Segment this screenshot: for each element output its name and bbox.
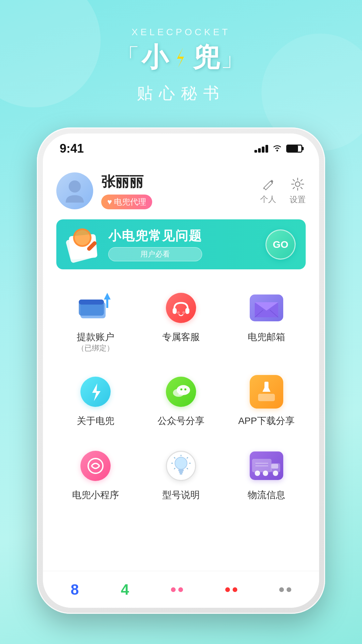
lightning-about-icon xyxy=(85,382,106,402)
svg-point-20 xyxy=(180,388,182,390)
nav-dot-5a xyxy=(279,587,284,592)
bulb-svg xyxy=(171,455,191,477)
go-button[interactable]: GO xyxy=(265,229,296,260)
signal-bar-4 xyxy=(265,145,268,153)
logo-area: XELECPOCKET 「 小 兜 」 贴心秘书 xyxy=(116,27,246,104)
badge-heart: ♥ xyxy=(107,197,112,207)
svg-point-41 xyxy=(263,471,268,476)
svg-point-26 xyxy=(175,457,187,469)
logo-char1: 小 xyxy=(141,40,169,76)
mini-label: 电兜小程序 xyxy=(72,489,119,501)
mail-icon-wrap xyxy=(248,289,285,326)
svg-point-1 xyxy=(69,180,81,193)
wechat-svg xyxy=(171,383,191,401)
status-time: 9:41 xyxy=(60,142,84,156)
svg-line-32 xyxy=(187,468,188,469)
menu-item-mail[interactable]: 电兜邮箱 xyxy=(227,283,306,357)
svg-rect-9 xyxy=(185,308,189,314)
nav-dot-3b xyxy=(178,587,183,592)
nav-dot-4a xyxy=(225,587,230,592)
menu-item-app[interactable]: APP下载分享 xyxy=(227,367,306,430)
nav-dot-5b xyxy=(287,587,291,592)
svg-rect-39 xyxy=(272,464,278,469)
svg-rect-24 xyxy=(264,382,268,392)
truck-svg xyxy=(251,454,282,478)
edit-button[interactable]: 个人 xyxy=(260,177,276,205)
status-icons xyxy=(254,143,302,154)
nav-item-2[interactable]: 4 xyxy=(121,581,129,598)
user-name: 张丽丽 xyxy=(101,172,152,191)
user-profile-left: 张丽丽 ♥ 电兜代理 xyxy=(56,172,152,209)
wechat-share-icon xyxy=(166,377,196,407)
nav-item-1[interactable]: 8 xyxy=(71,581,79,598)
svg-rect-34 xyxy=(178,469,184,471)
svg-point-19 xyxy=(173,389,184,397)
nav-dots-3 xyxy=(171,587,183,592)
lightning-icon xyxy=(171,48,191,68)
mail-label: 电兜邮箱 xyxy=(248,331,285,343)
menu-item-wechat[interactable]: 公众号分享 xyxy=(142,367,221,430)
phone-notch xyxy=(144,133,218,147)
nav-item-3[interactable] xyxy=(171,587,183,592)
user-row: 张丽丽 ♥ 电兜代理 个人 xyxy=(56,166,306,219)
svg-point-0 xyxy=(277,150,278,152)
banner-left: 小电兜常见问题 用户必看 xyxy=(66,227,202,261)
xelec-label: XELECPOCKET xyxy=(116,27,246,38)
menu-item-about[interactable]: 关于电兜 xyxy=(56,367,135,430)
gear-icon xyxy=(290,177,305,192)
svg-line-29 xyxy=(174,458,175,458)
bg-decor-circle1 xyxy=(0,0,101,107)
svg-point-42 xyxy=(273,471,278,476)
menu-item-withdraw[interactable]: 提款账户 （已绑定） xyxy=(56,283,135,357)
settings-label: 设置 xyxy=(290,194,306,205)
nav-item-4[interactable] xyxy=(225,587,237,592)
service-icon-wrap xyxy=(163,289,199,326)
pencil-icon xyxy=(261,177,275,191)
avatar[interactable] xyxy=(56,172,93,209)
svg-marker-6 xyxy=(104,293,111,300)
logo-char2: 兜 xyxy=(193,40,221,76)
svg-rect-8 xyxy=(173,308,177,314)
svg-point-10 xyxy=(177,311,180,314)
menu-item-model[interactable]: 型号说明 xyxy=(142,441,221,504)
battery-icon xyxy=(286,145,302,153)
app-content: 张丽丽 ♥ 电兜代理 个人 xyxy=(43,159,319,511)
svg-marker-16 xyxy=(92,383,101,401)
about-icon-wrap xyxy=(77,373,114,410)
svg-line-33 xyxy=(174,468,175,469)
svg-point-11 xyxy=(182,311,185,314)
banner-subtitle: 用户必看 xyxy=(108,247,202,261)
service-icon xyxy=(166,293,196,323)
logistics-label: 物流信息 xyxy=(248,489,285,501)
logistics-icon-wrap xyxy=(248,447,285,484)
menu-item-service[interactable]: 专属客服 xyxy=(142,283,221,357)
svg-point-2 xyxy=(295,182,300,186)
magnifier-circle xyxy=(73,228,92,247)
phone-mockup: 9:41 xyxy=(37,127,325,614)
nav-badge-2: 4 xyxy=(121,581,129,598)
svg-point-25 xyxy=(88,459,103,473)
app-download-icon xyxy=(250,375,283,409)
menu-item-mini[interactable]: 电兜小程序 xyxy=(56,441,135,504)
download-svg xyxy=(256,381,277,403)
nav-dot-4b xyxy=(233,587,237,592)
user-info: 张丽丽 ♥ 电兜代理 xyxy=(101,172,152,209)
withdraw-icon xyxy=(79,293,112,323)
svg-rect-35 xyxy=(179,471,183,473)
model-label: 型号说明 xyxy=(162,489,200,501)
user-actions: 个人 设置 xyxy=(260,177,306,205)
nav-dot-3a xyxy=(171,587,176,592)
nav-dots-5 xyxy=(279,587,291,592)
settings-button[interactable]: 设置 xyxy=(290,177,306,205)
app-subtitle: 贴心秘书 xyxy=(116,83,246,104)
mail-icon xyxy=(250,294,283,321)
faq-banner[interactable]: 小电兜常见问题 用户必看 GO xyxy=(56,219,306,269)
signal-icon xyxy=(254,145,268,153)
battery-fill xyxy=(287,146,298,152)
nav-item-5[interactable] xyxy=(279,587,291,592)
withdraw-label-wrap: 提款账户 （已绑定） xyxy=(77,331,114,353)
svg-point-40 xyxy=(255,471,260,476)
menu-item-logistics[interactable]: 物流信息 xyxy=(227,441,306,504)
banner-text: 小电兜常见问题 用户必看 xyxy=(108,227,202,261)
nav-badge-1: 8 xyxy=(71,581,79,598)
